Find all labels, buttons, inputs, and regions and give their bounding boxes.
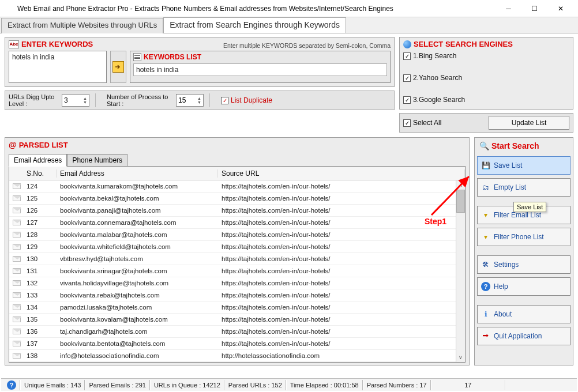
cell-email: bookvivanta.panaji@tajhotels.com xyxy=(57,207,218,214)
keywords-input[interactable]: hotels in india xyxy=(9,51,107,83)
cell-sno: 132 xyxy=(23,280,57,287)
table-row[interactable]: 133bookvivanta.rebak@tajhotels.comhttps:… xyxy=(9,289,465,301)
filter-icon: ▾ xyxy=(481,232,490,242)
tab-extract-keywords[interactable]: Extract from Search Engines through Keyw… xyxy=(163,17,346,33)
col-email[interactable]: Email Address xyxy=(57,169,218,178)
cell-email: bookvivanta.connemara@tajhotels.com xyxy=(57,219,218,226)
quit-button[interactable]: ⮕ Quit Application xyxy=(477,327,571,345)
envelope-icon xyxy=(13,195,21,201)
cell-sno: 129 xyxy=(23,243,57,250)
cell-url: https://tajhotels.com/en-in/our-hotels/ xyxy=(218,316,465,323)
filter-phone-button[interactable]: ▾ Filter Phone List xyxy=(477,228,571,246)
cell-sno: 125 xyxy=(23,195,57,202)
scroll-down-button[interactable]: ∨ xyxy=(456,353,465,362)
options-row: URLs Digg Upto Level : 3▲▼ Number of Pro… xyxy=(5,91,395,110)
table-row[interactable]: 124bookvivanta.kumarakom@tajhotels.comht… xyxy=(9,180,465,193)
table-row[interactable]: 137bookvivanta.bentota@tajhotels.comhttp… xyxy=(9,338,465,350)
gear-icon: 🛠 xyxy=(481,260,490,269)
table-row[interactable]: 134pamodzi.lusaka@tajhotels.comhttps://t… xyxy=(9,301,465,314)
search-engines-group: SELECT SEARCH ENGINES ✓1.Bing Search ✓2.… xyxy=(399,37,573,110)
status-help-icon[interactable]: ? xyxy=(3,380,20,390)
envelope-icon xyxy=(13,208,21,213)
table-row[interactable]: 135bookvivanta.kovalam@tajhotels.comhttp… xyxy=(9,314,465,326)
tab-email-addresses[interactable]: Email Addreses xyxy=(9,154,67,167)
keywords-list-item[interactable]: hotels in india xyxy=(133,63,387,76)
scroll-thumb[interactable] xyxy=(456,190,465,213)
cell-sno: 128 xyxy=(23,231,57,238)
envelope-icon xyxy=(13,268,21,274)
help-button[interactable]: ? Help xyxy=(477,277,571,296)
envelope-icon xyxy=(13,341,21,346)
settings-button[interactable]: 🛠 Settings xyxy=(477,255,571,274)
envelope-icon xyxy=(13,329,21,334)
engines-title: SELECT SEARCH ENGINES xyxy=(403,40,569,48)
table-row[interactable]: 129bookvivanta.whitefield@tajhotels.comh… xyxy=(9,241,465,253)
list-duplicate-checkbox[interactable]: ✓ List Duplicate xyxy=(221,96,272,104)
cell-url: https://tajhotels.com/en-in/our-hotels/ xyxy=(218,292,465,299)
start-search-title: 🔍 Start Search xyxy=(477,141,571,150)
cell-sno: 137 xyxy=(23,340,57,347)
close-button[interactable]: ✕ xyxy=(547,1,573,17)
envelope-icon xyxy=(13,183,21,189)
save-list-button[interactable]: 💾 Save List xyxy=(477,156,571,175)
about-button[interactable]: ℹ About xyxy=(477,305,571,323)
empty-list-button[interactable]: 🗂 Empty List xyxy=(477,178,571,197)
envelope-icon xyxy=(13,353,21,359)
status-parsed-emails: Parsed Emails : 291 xyxy=(85,380,149,390)
cell-email: vbtbresv.hyd@tajhotels.com xyxy=(57,255,218,262)
digg-label: URLs Digg Upto Level : xyxy=(9,93,56,107)
help-icon: ? xyxy=(481,282,490,291)
titlebar: Web Email and Phone Extractor Pro - Extr… xyxy=(0,0,578,17)
add-keyword-button[interactable] xyxy=(112,61,124,73)
cell-url: https://tajhotels.com/en-in/our-hotels/ xyxy=(218,243,465,250)
maximize-button[interactable]: ☐ xyxy=(521,1,547,17)
cell-email: bookvivanta.malabar@tajhotels.com xyxy=(57,231,218,238)
digg-level-input[interactable]: 3▲▼ xyxy=(62,94,89,107)
status-urls-queue: URLs in Queue : 14212 xyxy=(150,380,224,390)
minimize-button[interactable]: ─ xyxy=(496,1,521,17)
table-row[interactable]: 136taj.chandigarh@tajhotels.comhttps://t… xyxy=(9,326,465,338)
engine-bing-checkbox[interactable]: ✓1.Bing Search xyxy=(403,51,569,62)
col-sno[interactable]: S.No. xyxy=(23,169,57,178)
col-source-url[interactable]: Source URL xyxy=(218,169,465,178)
save-icon: 💾 xyxy=(481,161,490,170)
engine-google-checkbox[interactable]: ✓3.Google Search xyxy=(403,95,569,105)
actions-panel: 🔍 Start Search 💾 Save List 🗂 Empty List … xyxy=(474,137,573,365)
scrollbar[interactable]: ∧ ∨ xyxy=(456,180,465,362)
table-row[interactable]: 128bookvivanta.malabar@tajhotels.comhttp… xyxy=(9,229,465,241)
cell-email: taj.chandigarh@tajhotels.com xyxy=(57,328,218,335)
update-list-button[interactable]: Update List xyxy=(489,116,569,130)
envelope-icon xyxy=(13,256,21,262)
status-right-number: 17 xyxy=(431,380,505,390)
engine-yahoo-checkbox[interactable]: ✓2.Yahoo Search xyxy=(403,73,569,84)
cell-url: https://tajhotels.com/en-in/our-hotels/ xyxy=(218,183,465,190)
cell-url: https://tajhotels.com/en-in/our-hotels/ xyxy=(218,328,465,335)
table-row[interactable]: 130vbtbresv.hyd@tajhotels.comhttps://taj… xyxy=(9,253,465,265)
table-row[interactable]: 127bookvivanta.connemara@tajhotels.comht… xyxy=(9,217,465,229)
table-row[interactable]: 131bookvivanta.srinagar@tajhotels.comhtt… xyxy=(9,265,465,277)
list-icon xyxy=(133,53,141,61)
process-count-input[interactable]: 15▲▼ xyxy=(176,94,204,107)
empty-icon: 🗂 xyxy=(481,183,490,192)
select-all-checkbox[interactable]: ✓Select All xyxy=(403,119,441,127)
keywords-list: KEYWORDS LIST hotels in india xyxy=(130,51,391,83)
tab-phone-numbers[interactable]: Phone Numbers xyxy=(67,154,127,167)
envelope-icon xyxy=(13,316,21,322)
info-icon: ℹ xyxy=(481,310,490,319)
status-unique-emails: Unique Emails : 143 xyxy=(20,380,85,390)
keywords-group: Abc ENTER KEYWORDS Enter multiple KEYWOR… xyxy=(5,37,395,87)
status-parsed-numbers: Parsed Numbers : 17 xyxy=(363,380,431,390)
table-row[interactable]: 125bookvivanta.bekal@tajhotels.comhttps:… xyxy=(9,193,465,205)
exit-icon: ⮕ xyxy=(481,331,490,341)
scroll-up-button[interactable]: ∧ xyxy=(456,180,465,190)
status-time-elapsed: Time Elapsed : 00:01:58 xyxy=(286,380,363,390)
table-row[interactable]: 138info@hotelassociationofindia.comhttp:… xyxy=(9,350,465,362)
parsed-title: @ PARSED LIST xyxy=(9,140,466,149)
email-at-icon: @ xyxy=(9,140,17,149)
table-row[interactable]: 132vivanta.holidayvillage@tajhotels.comh… xyxy=(9,277,465,289)
tab-extract-urls[interactable]: Extract from Multiple Websites through U… xyxy=(1,18,163,33)
abc-icon: Abc xyxy=(9,40,19,48)
cell-url: https://tajhotels.com/en-in/our-hotels/ xyxy=(218,195,465,202)
cell-email: vivanta.holidayvillage@tajhotels.com xyxy=(57,280,218,287)
table-row[interactable]: 126bookvivanta.panaji@tajhotels.comhttps… xyxy=(9,205,465,217)
